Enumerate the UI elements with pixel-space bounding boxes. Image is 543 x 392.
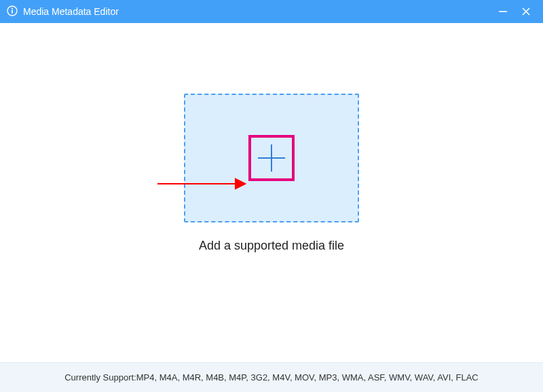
main-content: Add a supported media file <box>0 23 543 362</box>
svg-point-1 <box>12 7 13 9</box>
add-file-dropzone[interactable] <box>184 94 359 222</box>
add-file-highlight <box>248 135 295 181</box>
minimize-icon <box>498 7 508 16</box>
window-title: Media Metadata Editor <box>23 6 119 17</box>
titlebar: Media Metadata Editor <box>0 0 543 23</box>
close-icon <box>521 7 531 16</box>
svg-rect-2 <box>12 9 13 13</box>
minimize-button[interactable] <box>491 0 514 23</box>
plus-icon <box>254 140 289 176</box>
footer-label: Currently Support: <box>64 372 136 383</box>
footer: Currently Support: MP4, M4A, M4R, M4B, M… <box>0 362 543 392</box>
info-icon <box>7 5 18 18</box>
titlebar-left: Media Metadata Editor <box>7 5 119 18</box>
footer-formats: MP4, M4A, M4R, M4B, M4P, 3G2, M4V, MOV, … <box>136 372 479 383</box>
close-button[interactable] <box>514 0 538 23</box>
app-window: Media Metadata Editor Add a support <box>0 0 543 392</box>
dropzone-caption: Add a supported media file <box>199 239 344 253</box>
